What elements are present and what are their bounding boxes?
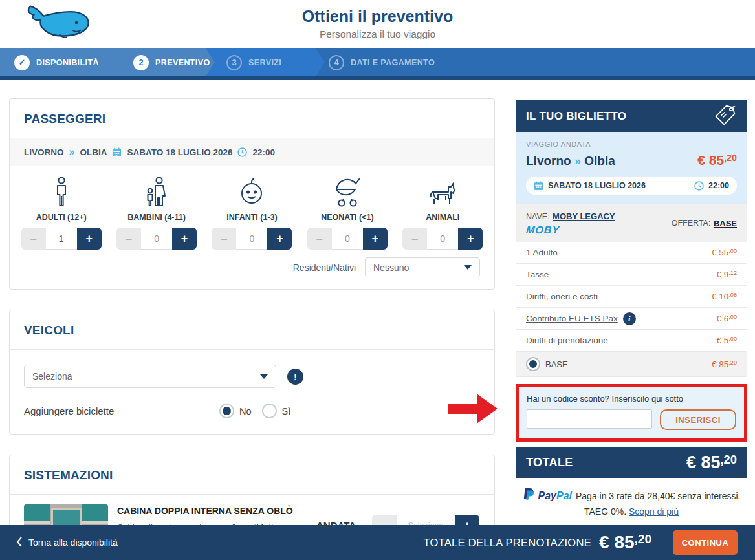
warning-icon[interactable]: ! [287,369,303,385]
plus-button[interactable]: + [267,228,292,250]
price-row-value: € 9,12 [716,270,737,279]
plus-button[interactable]: + [77,228,102,250]
base-fare-radio[interactable] [526,357,540,371]
step-preventivo[interactable]: 2 PREVENTIVO [133,48,210,76]
children-count-input[interactable] [141,228,172,250]
price-row-adult: 1 Adulto € 55,00 [516,242,747,264]
passenger-types-row: ADULTI (12+) – + BAMBINI (4-11) – [10,166,494,253]
passenger-type-infants: INFANTI (1-3) – + [204,175,300,250]
continue-button[interactable]: CONTINUA [673,530,738,555]
residents-selected-value: Nessuno [373,263,409,273]
animals-stepper: – + [402,228,483,250]
step-dati-pagamento: 4 DATI E PAGAMENTO [329,48,435,76]
trip-summary: VIAGGIO ANDATA Livorno » Olbia € 85,20 S… [516,132,747,204]
back-link-label: Torna alla disponibilità [28,537,118,548]
plus-button[interactable]: + [363,228,388,250]
eu-ets-link[interactable]: Contributo EU ETS Pax [526,314,618,323]
clock-icon [694,181,704,191]
paypal-wordmark-pal: Pal [556,490,572,501]
total-label: TOTALE [526,456,573,469]
minus-button[interactable]: – [21,228,46,250]
paypal-taeg-text: TAEG 0%. [584,506,626,517]
paypal-learn-more-link[interactable]: Scopri di più [629,506,679,517]
ship-offer-row: NAVE: MOBY LEGACY MOBY OFFERTA: BASE [516,204,747,242]
offer-label: OFFERTA: [672,219,711,228]
bikes-radio-si-label: Sì [282,406,291,416]
discount-code-input[interactable] [527,409,652,429]
offer-name-link[interactable]: BASE [714,219,737,228]
plus-button[interactable]: + [172,228,197,250]
trip-price: € 85,20 [697,153,737,168]
bikes-radio-si[interactable] [262,404,277,418]
newborns-count-input[interactable] [332,228,363,250]
paypal-installments-text: Paga in 3 rate da 28,40€ senza interessi… [576,490,741,504]
residents-row: Residenti/Nativi Nessuno [10,253,494,289]
ticket-header: IL TUO BIGLIETTO [516,100,747,132]
price-row-value: € 55,00 [712,248,737,257]
bikes-radio-group: No Sì [219,404,296,418]
newborns-stepper: – + [307,228,388,250]
infants-count-input[interactable] [236,228,267,250]
ship-label: NAVE: [526,212,550,221]
info-icon[interactable]: i [623,312,636,325]
moby-brand-logo: MOBY [525,224,560,236]
vehicle-select[interactable]: Seleziona [24,365,276,388]
trip-datetime-pill: SABATO 18 LUGLIO 2026 22:00 [526,177,737,195]
step-servizi: 3 SERVIZI [226,48,281,76]
vehicles-section: VEICOLI Seleziona ! Aggiungere biciclett… [9,310,495,435]
minus-button[interactable]: – [116,228,141,250]
header: Ottieni il preventivo Personalizza il tu… [0,0,755,48]
route-date: SABATO 18 LUGLIO 2026 [127,147,232,157]
price-row-label: Tasse [526,270,549,279]
passenger-type-label: NEONATI (<1) [321,213,373,222]
step-disponibilita[interactable]: ✓ DISPONIBILITÀ [14,48,99,76]
adults-count-input[interactable] [46,228,77,250]
footer-total-price: € 85,20 [599,532,651,553]
annotation-arrow [448,393,498,427]
footer-bar: Torna alla disponibilità TOTALE DELLA PR… [0,525,755,560]
bikes-radio-no[interactable] [219,404,234,418]
passenger-type-children: BAMBINI (4-11) – + [109,175,204,250]
adults-stepper: – + [21,228,102,250]
check-icon: ✓ [14,55,30,70]
child-icon [146,175,168,208]
minus-button[interactable]: – [212,228,236,250]
passenger-type-adults: ADULTI (12+) – + [14,175,109,250]
total-bar: TOTALE € 85,20 [516,447,747,478]
route-summary-bar: LIVORNO » OLBIA SABATO 18 LUGLIO 2026 22… [10,138,494,166]
add-bikes-label: Aggiungere biciclette [24,405,219,416]
calendar-icon [534,181,543,191]
vehicle-select-placeholder: Seleziona [32,371,72,382]
step-number: 2 [133,55,149,70]
step-label: DISPONIBILITÀ [36,58,99,67]
minus-button[interactable]: – [402,228,427,250]
bikes-radio-no-label: No [239,406,252,416]
steps-bottom-strip [0,76,755,80]
trip-date: SABATO 18 LUGLIO 2026 [548,181,646,190]
price-row-label: 1 Adulto [526,248,558,257]
animals-count-input[interactable] [427,228,458,250]
price-row-value: € 10,08 [712,292,737,301]
passengers-section: PASSEGGERI LIVORNO » OLBIA SABATO 18 LUG… [9,98,495,290]
step-label: PREVENTIVO [155,58,210,67]
adult-icon [53,175,70,208]
price-row-label: Diritti di prenotazione [526,336,608,345]
plus-button[interactable]: + [458,228,483,250]
page-title: Ottieni il preventivo [0,7,755,26]
main-column: PASSEGGERI LIVORNO » OLBIA SABATO 18 LUG… [9,98,495,560]
back-to-availability-link[interactable]: Torna alla disponibilità [16,536,118,550]
price-row-taxes: Tasse € 9,12 [516,264,747,286]
ship-name-link[interactable]: MOBY LEGACY [553,211,615,221]
passenger-type-label: INFANTI (1-3) [226,213,277,222]
step-label: DATI E PAGAMENTO [351,58,435,67]
passenger-type-newborns: NEONATI (<1) – + [300,175,395,250]
vehicles-title: VEICOLI [24,323,480,338]
price-row-booking-fees: Diritti di prenotazione € 5,00 [516,330,747,352]
tag-icon [714,103,737,129]
route-arrow-icon: » [69,146,75,158]
ticket-summary-panel: IL TUO BIGLIETTO VIAGGIO ANDATA Livorno … [516,100,747,519]
residents-select[interactable]: Nessuno [365,257,480,277]
minus-button[interactable]: – [307,228,332,250]
discount-submit-button[interactable]: INSERISCI [660,409,736,430]
passenger-type-label: ANIMALI [426,213,459,222]
